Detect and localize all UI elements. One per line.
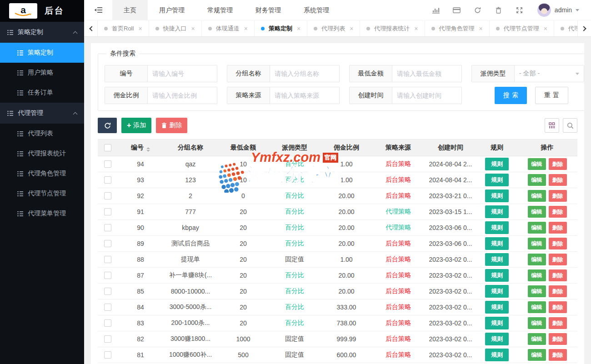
row-checkbox[interactable] (104, 224, 111, 231)
tabs-scroll-right-button[interactable] (577, 20, 591, 36)
rule-button[interactable]: 规则 (485, 158, 509, 170)
batch-delete-button[interactable]: 删除 (156, 118, 187, 133)
delete-button[interactable]: 删除 (549, 158, 567, 170)
delete-button[interactable]: 删除 (549, 333, 567, 345)
close-tab-icon[interactable]: × (191, 25, 195, 32)
sidebar-item[interactable]: 代理列表 (0, 124, 84, 144)
search-field-input[interactable] (392, 87, 461, 104)
close-tab-icon[interactable]: × (244, 25, 248, 32)
tabs-scroll-left-button[interactable] (84, 20, 98, 36)
row-checkbox[interactable] (104, 335, 111, 343)
delete-button[interactable]: 删除 (549, 222, 567, 234)
edit-button[interactable]: 编辑 (528, 174, 546, 186)
search-button[interactable]: 搜索 (495, 87, 527, 104)
nav-item[interactable]: 财务管理 (244, 0, 292, 20)
nav-item[interactable]: 常规管理 (196, 0, 244, 20)
edit-button[interactable]: 编辑 (528, 190, 546, 202)
chart-action-button[interactable] (426, 7, 446, 14)
page-tab[interactable]: 策略定制× (255, 20, 307, 36)
row-checkbox[interactable] (104, 256, 111, 263)
add-button[interactable]: + 添加 (121, 118, 151, 133)
nav-item[interactable]: 系统管理 (292, 0, 341, 20)
edit-button[interactable]: 编辑 (528, 158, 546, 170)
row-checkbox[interactable] (104, 192, 111, 199)
rule-button[interactable]: 规则 (485, 205, 509, 218)
close-tab-icon[interactable]: × (414, 25, 418, 32)
page-tab[interactable]: 快捷入口× (149, 20, 202, 36)
rule-button[interactable]: 规则 (485, 174, 509, 186)
sidebar-item[interactable]: 代理菜单管理 (0, 204, 84, 224)
rule-button[interactable]: 规则 (485, 253, 509, 266)
row-checkbox[interactable] (104, 240, 111, 247)
rule-button[interactable]: 规则 (485, 301, 509, 314)
sort-icon[interactable] (146, 147, 150, 152)
search-field-input[interactable] (392, 65, 461, 82)
rule-button[interactable]: 规则 (485, 333, 509, 345)
page-tab[interactable]: 代理菜单管理× (554, 20, 577, 36)
page-tab[interactable]: 代理节点管理× (490, 20, 554, 36)
page-tab[interactable]: 代理角色管理× (425, 20, 490, 36)
row-checkbox[interactable] (104, 304, 111, 311)
row-checkbox[interactable] (104, 176, 111, 184)
edit-button[interactable]: 编辑 (528, 206, 546, 218)
delete-button[interactable]: 删除 (549, 285, 567, 297)
page-tab[interactable]: 首页Roll× (98, 20, 149, 36)
delete-button[interactable]: 删除 (549, 238, 567, 249)
sidebar-item[interactable]: 任务订单 (0, 83, 84, 103)
delete-button[interactable]: 删除 (549, 301, 567, 313)
delete-button[interactable]: 删除 (549, 254, 567, 265)
edit-button[interactable]: 编辑 (528, 301, 546, 313)
close-tab-icon[interactable]: × (297, 25, 301, 32)
collapse-menu-icon[interactable] (84, 7, 112, 13)
sidebar-item[interactable]: 策略定制 (0, 43, 84, 63)
rule-button[interactable]: 规则 (485, 237, 509, 250)
edit-button[interactable]: 编辑 (528, 317, 546, 329)
page-tab[interactable]: 体现通道× (202, 20, 255, 36)
page-tab[interactable]: 代理列表× (307, 20, 360, 36)
row-checkbox[interactable] (104, 208, 111, 215)
edit-button[interactable]: 编辑 (528, 349, 546, 361)
close-tab-icon[interactable]: × (544, 25, 547, 32)
search-field-input[interactable] (270, 65, 339, 82)
row-checkbox[interactable] (104, 351, 111, 359)
fullscreen-action-button[interactable] (509, 7, 530, 14)
delete-button[interactable]: 删除 (549, 317, 567, 329)
delete-button[interactable]: 删除 (549, 349, 567, 361)
row-checkbox[interactable] (104, 288, 111, 295)
rule-button[interactable]: 规则 (485, 189, 509, 202)
sidebar-item[interactable]: 用户策略 (0, 63, 84, 83)
page-tab[interactable]: 代理报表统计× (360, 20, 425, 36)
row-checkbox[interactable] (104, 319, 111, 327)
commission-type-select[interactable]: - 全部 - (515, 65, 584, 82)
refresh-action-button[interactable] (467, 7, 488, 14)
rule-button[interactable]: 规则 (485, 349, 509, 361)
sidebar-item[interactable]: 代理报表统计 (0, 144, 84, 164)
search-field-input[interactable] (148, 87, 217, 104)
rule-button[interactable]: 规则 (485, 221, 509, 234)
trash-action-button[interactable] (488, 7, 509, 14)
delete-button[interactable]: 删除 (549, 206, 567, 218)
rule-button[interactable]: 规则 (485, 285, 509, 298)
nav-item[interactable]: 主页 (112, 0, 148, 20)
row-checkbox[interactable] (104, 272, 111, 279)
rule-button[interactable]: 规则 (485, 269, 509, 282)
row-checkbox[interactable] (104, 160, 111, 168)
refresh-button[interactable] (98, 118, 117, 133)
sidebar-group-0[interactable]: 策略定制 (0, 22, 84, 43)
nav-item[interactable]: 用户管理 (148, 0, 196, 20)
search-field-input[interactable] (270, 87, 339, 104)
edit-button[interactable]: 编辑 (528, 333, 546, 345)
columns-filter-button[interactable] (545, 118, 559, 133)
select-all-checkbox[interactable] (104, 144, 111, 151)
close-tab-icon[interactable]: × (138, 25, 142, 32)
reset-button[interactable]: 重置 (535, 87, 568, 104)
edit-button[interactable]: 编辑 (528, 238, 546, 249)
sidebar-item[interactable]: 代理角色管理 (0, 164, 84, 184)
delete-button[interactable]: 删除 (549, 190, 567, 202)
edit-button[interactable]: 编辑 (528, 222, 546, 234)
search-field-input[interactable] (148, 65, 217, 82)
rule-button[interactable]: 规则 (485, 317, 509, 329)
edit-button[interactable]: 编辑 (528, 285, 546, 297)
edit-button[interactable]: 编辑 (528, 269, 546, 281)
delete-button[interactable]: 删除 (549, 174, 567, 186)
